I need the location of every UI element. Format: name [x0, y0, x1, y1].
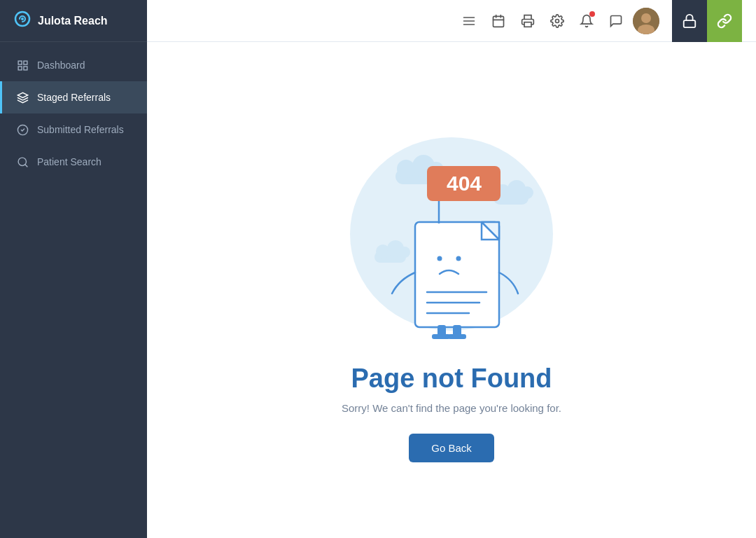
logo-icon: [14, 11, 31, 32]
lock-button[interactable]: [672, 0, 707, 42]
header: [147, 0, 756, 42]
sidebar-label-submitted-referrals: Submitted Referrals: [37, 124, 124, 135]
bell-icon-btn[interactable]: [574, 8, 599, 34]
svg-point-23: [397, 160, 415, 178]
sidebar-item-staged-referrals[interactable]: Staged Referrals: [0, 81, 147, 113]
calendar-icon-btn[interactable]: [486, 8, 511, 34]
sidebar-label-patient-search: Patient Search: [37, 156, 102, 167]
sidebar-nav: Dashboard Staged Referrals Submitted Ref…: [0, 49, 147, 178]
svg-point-29: [521, 186, 533, 199]
app-logo: Julota Reach: [0, 0, 147, 42]
submitted-referrals-icon: [16, 123, 29, 136]
svg-rect-15: [524, 22, 531, 27]
staged-referrals-icon: [16, 91, 29, 104]
chat-icon-btn[interactable]: [603, 8, 629, 34]
sidebar-item-submitted-referrals[interactable]: Submitted Referrals: [0, 113, 147, 146]
go-back-button[interactable]: Go Back: [409, 434, 494, 462]
sidebar-label-dashboard: Dashboard: [37, 60, 85, 71]
svg-rect-3: [23, 61, 27, 64]
patient-search-icon: [16, 156, 29, 168]
sidebar-item-patient-search[interactable]: Patient Search: [0, 146, 147, 178]
svg-point-33: [399, 247, 410, 258]
svg-text:404: 404: [447, 172, 482, 195]
dashboard-icon: [16, 59, 29, 71]
svg-rect-34: [415, 222, 499, 327]
svg-point-16: [556, 19, 559, 22]
svg-point-1: [21, 18, 24, 20]
error-illustration: 404: [332, 118, 570, 343]
error-title: Page not Found: [351, 364, 552, 394]
print-icon-btn[interactable]: [515, 8, 540, 34]
settings-icon-btn[interactable]: [545, 8, 570, 34]
main-content: 404 Page not Found Sorry! We can't find …: [147, 0, 756, 538]
svg-point-35: [438, 256, 442, 261]
svg-rect-43: [448, 334, 466, 339]
svg-rect-5: [18, 66, 22, 69]
link-button[interactable]: [707, 0, 742, 42]
error-page: 404 Page not Found Sorry! We can't find …: [147, 42, 756, 538]
svg-rect-2: [18, 61, 22, 64]
notification-badge: [589, 11, 595, 17]
header-action-buttons: [672, 0, 742, 42]
error-subtitle: Sorry! We can't find the page you're loo…: [342, 402, 561, 414]
header-icons: [161, 8, 659, 34]
svg-rect-4: [23, 66, 27, 69]
svg-rect-20: [684, 20, 696, 27]
avatar[interactable]: [633, 8, 659, 34]
sidebar-item-dashboard[interactable]: Dashboard: [0, 49, 147, 81]
illustration-svg: 404: [332, 118, 570, 343]
sidebar: Julota Reach Dashboard Staged Referrals: [0, 0, 147, 538]
svg-rect-42: [432, 334, 450, 339]
menu-icon-btn[interactable]: [456, 8, 482, 34]
sidebar-label-staged-referrals: Staged Referrals: [37, 92, 111, 103]
app-name: Julota Reach: [38, 15, 108, 27]
svg-point-18: [641, 13, 651, 23]
svg-rect-11: [493, 16, 504, 27]
svg-point-36: [456, 256, 461, 261]
